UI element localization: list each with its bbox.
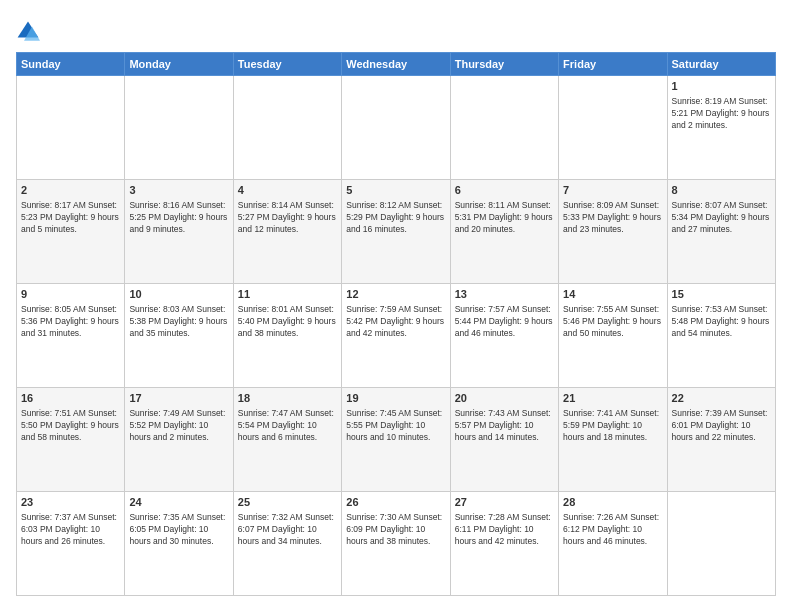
- calendar-cell: 23Sunrise: 7:37 AM Sunset: 6:03 PM Dayli…: [17, 492, 125, 596]
- day-info: Sunrise: 7:30 AM Sunset: 6:09 PM Dayligh…: [346, 512, 445, 548]
- day-info: Sunrise: 7:39 AM Sunset: 6:01 PM Dayligh…: [672, 408, 771, 444]
- day-info: Sunrise: 8:05 AM Sunset: 5:36 PM Dayligh…: [21, 304, 120, 340]
- calendar-cell: 18Sunrise: 7:47 AM Sunset: 5:54 PM Dayli…: [233, 388, 341, 492]
- day-number: 4: [238, 183, 337, 198]
- day-number: 10: [129, 287, 228, 302]
- day-number: 28: [563, 495, 662, 510]
- day-number: 3: [129, 183, 228, 198]
- day-info: Sunrise: 7:57 AM Sunset: 5:44 PM Dayligh…: [455, 304, 554, 340]
- calendar-cell: 9Sunrise: 8:05 AM Sunset: 5:36 PM Daylig…: [17, 284, 125, 388]
- calendar-week-5: 23Sunrise: 7:37 AM Sunset: 6:03 PM Dayli…: [17, 492, 776, 596]
- day-info: Sunrise: 8:07 AM Sunset: 5:34 PM Dayligh…: [672, 200, 771, 236]
- day-info: Sunrise: 7:32 AM Sunset: 6:07 PM Dayligh…: [238, 512, 337, 548]
- day-number: 26: [346, 495, 445, 510]
- calendar-cell: 25Sunrise: 7:32 AM Sunset: 6:07 PM Dayli…: [233, 492, 341, 596]
- calendar-cell: 11Sunrise: 8:01 AM Sunset: 5:40 PM Dayli…: [233, 284, 341, 388]
- calendar-header-saturday: Saturday: [667, 53, 775, 76]
- day-info: Sunrise: 8:17 AM Sunset: 5:23 PM Dayligh…: [21, 200, 120, 236]
- day-info: Sunrise: 8:09 AM Sunset: 5:33 PM Dayligh…: [563, 200, 662, 236]
- calendar-cell: 7Sunrise: 8:09 AM Sunset: 5:33 PM Daylig…: [559, 180, 667, 284]
- calendar-cell: [667, 492, 775, 596]
- day-info: Sunrise: 7:45 AM Sunset: 5:55 PM Dayligh…: [346, 408, 445, 444]
- day-number: 22: [672, 391, 771, 406]
- logo: [16, 20, 44, 44]
- day-number: 25: [238, 495, 337, 510]
- day-number: 16: [21, 391, 120, 406]
- calendar-cell: [559, 76, 667, 180]
- calendar-header-tuesday: Tuesday: [233, 53, 341, 76]
- calendar-cell: 22Sunrise: 7:39 AM Sunset: 6:01 PM Dayli…: [667, 388, 775, 492]
- calendar-cell: 13Sunrise: 7:57 AM Sunset: 5:44 PM Dayli…: [450, 284, 558, 388]
- day-number: 21: [563, 391, 662, 406]
- day-info: Sunrise: 8:03 AM Sunset: 5:38 PM Dayligh…: [129, 304, 228, 340]
- day-number: 11: [238, 287, 337, 302]
- day-info: Sunrise: 7:26 AM Sunset: 6:12 PM Dayligh…: [563, 512, 662, 548]
- logo-icon: [16, 20, 40, 44]
- calendar-cell: 20Sunrise: 7:43 AM Sunset: 5:57 PM Dayli…: [450, 388, 558, 492]
- calendar-week-3: 9Sunrise: 8:05 AM Sunset: 5:36 PM Daylig…: [17, 284, 776, 388]
- day-number: 9: [21, 287, 120, 302]
- calendar-header-wednesday: Wednesday: [342, 53, 450, 76]
- day-info: Sunrise: 7:55 AM Sunset: 5:46 PM Dayligh…: [563, 304, 662, 340]
- calendar-cell: [233, 76, 341, 180]
- calendar-cell: 3Sunrise: 8:16 AM Sunset: 5:25 PM Daylig…: [125, 180, 233, 284]
- calendar-cell: 10Sunrise: 8:03 AM Sunset: 5:38 PM Dayli…: [125, 284, 233, 388]
- calendar-header-monday: Monday: [125, 53, 233, 76]
- day-number: 27: [455, 495, 554, 510]
- day-info: Sunrise: 8:01 AM Sunset: 5:40 PM Dayligh…: [238, 304, 337, 340]
- day-info: Sunrise: 7:51 AM Sunset: 5:50 PM Dayligh…: [21, 408, 120, 444]
- day-number: 2: [21, 183, 120, 198]
- day-number: 5: [346, 183, 445, 198]
- day-number: 8: [672, 183, 771, 198]
- calendar-week-4: 16Sunrise: 7:51 AM Sunset: 5:50 PM Dayli…: [17, 388, 776, 492]
- day-number: 13: [455, 287, 554, 302]
- day-number: 24: [129, 495, 228, 510]
- day-info: Sunrise: 7:49 AM Sunset: 5:52 PM Dayligh…: [129, 408, 228, 444]
- calendar-week-1: 1Sunrise: 8:19 AM Sunset: 5:21 PM Daylig…: [17, 76, 776, 180]
- calendar-header-thursday: Thursday: [450, 53, 558, 76]
- day-number: 20: [455, 391, 554, 406]
- calendar-header-row: SundayMondayTuesdayWednesdayThursdayFrid…: [17, 53, 776, 76]
- calendar-cell: 28Sunrise: 7:26 AM Sunset: 6:12 PM Dayli…: [559, 492, 667, 596]
- calendar-cell: 19Sunrise: 7:45 AM Sunset: 5:55 PM Dayli…: [342, 388, 450, 492]
- day-number: 19: [346, 391, 445, 406]
- day-number: 14: [563, 287, 662, 302]
- calendar-cell: 12Sunrise: 7:59 AM Sunset: 5:42 PM Dayli…: [342, 284, 450, 388]
- calendar-cell: 26Sunrise: 7:30 AM Sunset: 6:09 PM Dayli…: [342, 492, 450, 596]
- day-info: Sunrise: 7:41 AM Sunset: 5:59 PM Dayligh…: [563, 408, 662, 444]
- calendar-cell: 1Sunrise: 8:19 AM Sunset: 5:21 PM Daylig…: [667, 76, 775, 180]
- day-info: Sunrise: 7:37 AM Sunset: 6:03 PM Dayligh…: [21, 512, 120, 548]
- day-number: 12: [346, 287, 445, 302]
- day-info: Sunrise: 7:35 AM Sunset: 6:05 PM Dayligh…: [129, 512, 228, 548]
- calendar-cell: [450, 76, 558, 180]
- day-number: 6: [455, 183, 554, 198]
- day-number: 17: [129, 391, 228, 406]
- calendar-header-friday: Friday: [559, 53, 667, 76]
- calendar-cell: 8Sunrise: 8:07 AM Sunset: 5:34 PM Daylig…: [667, 180, 775, 284]
- calendar-cell: 17Sunrise: 7:49 AM Sunset: 5:52 PM Dayli…: [125, 388, 233, 492]
- day-number: 7: [563, 183, 662, 198]
- day-info: Sunrise: 8:11 AM Sunset: 5:31 PM Dayligh…: [455, 200, 554, 236]
- day-number: 1: [672, 79, 771, 94]
- day-info: Sunrise: 8:16 AM Sunset: 5:25 PM Dayligh…: [129, 200, 228, 236]
- page: SundayMondayTuesdayWednesdayThursdayFrid…: [0, 0, 792, 612]
- calendar-cell: 27Sunrise: 7:28 AM Sunset: 6:11 PM Dayli…: [450, 492, 558, 596]
- day-info: Sunrise: 7:47 AM Sunset: 5:54 PM Dayligh…: [238, 408, 337, 444]
- calendar-table: SundayMondayTuesdayWednesdayThursdayFrid…: [16, 52, 776, 596]
- calendar-cell: 21Sunrise: 7:41 AM Sunset: 5:59 PM Dayli…: [559, 388, 667, 492]
- calendar-week-2: 2Sunrise: 8:17 AM Sunset: 5:23 PM Daylig…: [17, 180, 776, 284]
- day-number: 15: [672, 287, 771, 302]
- calendar-cell: 15Sunrise: 7:53 AM Sunset: 5:48 PM Dayli…: [667, 284, 775, 388]
- calendar-cell: 16Sunrise: 7:51 AM Sunset: 5:50 PM Dayli…: [17, 388, 125, 492]
- day-info: Sunrise: 8:12 AM Sunset: 5:29 PM Dayligh…: [346, 200, 445, 236]
- calendar-cell: 24Sunrise: 7:35 AM Sunset: 6:05 PM Dayli…: [125, 492, 233, 596]
- day-info: Sunrise: 8:14 AM Sunset: 5:27 PM Dayligh…: [238, 200, 337, 236]
- calendar-cell: [342, 76, 450, 180]
- calendar-cell: 14Sunrise: 7:55 AM Sunset: 5:46 PM Dayli…: [559, 284, 667, 388]
- day-info: Sunrise: 7:53 AM Sunset: 5:48 PM Dayligh…: [672, 304, 771, 340]
- calendar-cell: 6Sunrise: 8:11 AM Sunset: 5:31 PM Daylig…: [450, 180, 558, 284]
- day-number: 18: [238, 391, 337, 406]
- calendar-header-sunday: Sunday: [17, 53, 125, 76]
- day-info: Sunrise: 7:59 AM Sunset: 5:42 PM Dayligh…: [346, 304, 445, 340]
- calendar-cell: [125, 76, 233, 180]
